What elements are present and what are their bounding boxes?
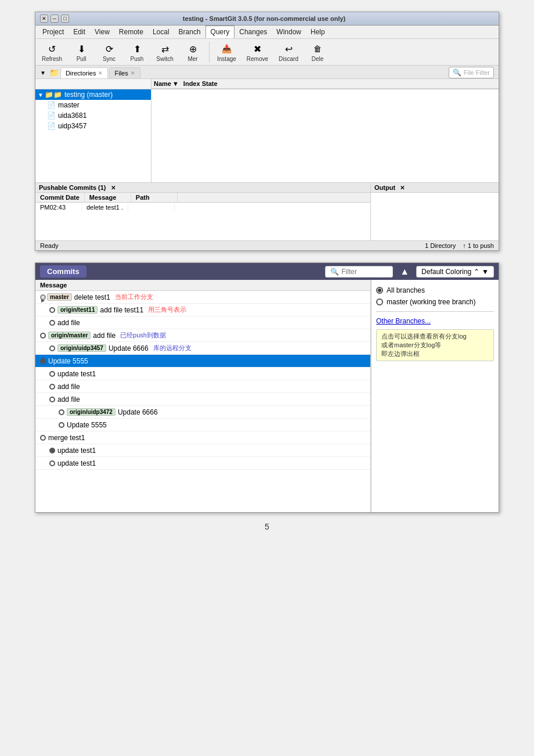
dir-root-icon2: 📁 [53, 91, 62, 99]
toolbar-separator [209, 42, 210, 63]
menu-changes[interactable]: Changes [234, 26, 272, 38]
switch-button[interactable]: Switch [152, 40, 178, 64]
filter-input[interactable] [341, 268, 388, 276]
menu-project[interactable]: Project [38, 26, 68, 38]
menu-edit[interactable]: Edit [68, 26, 90, 38]
commit-dot [49, 397, 55, 402]
refresh-button[interactable]: Refresh [38, 40, 66, 64]
status-directory: 1 Directory [425, 242, 456, 249]
col-name[interactable]: Name ▼ [151, 79, 181, 88]
tab-directories-close[interactable]: ✕ [98, 70, 103, 76]
dir-uidp3457[interactable]: 📄 uidp3457 [35, 121, 151, 131]
commit-dot [49, 307, 55, 313]
commit-row[interactable]: origin/test11 add file test11 用三角号表示 [35, 304, 370, 316]
merge-button[interactable]: Mer [180, 40, 205, 64]
commit-row[interactable]: origin/master add file 已经push到数据 [35, 329, 370, 342]
commit-message: add file test11 [100, 306, 143, 314]
filter-search-icon: 🔍 [330, 268, 339, 276]
annotation-current-branch: 当前工作分支 [115, 293, 153, 301]
commits-filter[interactable]: 🔍 [325, 266, 393, 278]
remove-button[interactable]: Remove [243, 40, 272, 64]
sync-button[interactable]: Sync [96, 40, 122, 64]
menu-local[interactable]: Local [148, 26, 174, 38]
commit-row[interactable]: add file [35, 316, 370, 329]
dir-master[interactable]: 📄 master [35, 100, 151, 110]
pushable-close-icon[interactable]: ✕ [111, 185, 116, 191]
delete-button[interactable]: Dele [305, 40, 330, 64]
output-close-icon[interactable]: ✕ [400, 185, 405, 191]
col-index-state[interactable]: Index State [181, 79, 220, 88]
menu-branch[interactable]: Branch [174, 26, 205, 38]
menu-query[interactable]: Query [205, 26, 235, 38]
dir-uida3681[interactable]: 📄 uida3681 [35, 110, 151, 121]
directories-panel: ▼ 📁 📁 testing (master) 📄 master 📄 uida36… [35, 89, 151, 182]
table-row[interactable]: PM02:43 delete test1 . [35, 203, 370, 212]
commit-message: update test1 [57, 447, 96, 455]
expand-icon[interactable]: ▼ [38, 92, 44, 98]
pushable-content: Commit Date Message Path PM02:43 delete … [35, 193, 370, 240]
commit-row[interactable]: ▶ master delete test1 当前工作分支 [35, 291, 370, 304]
commit-row[interactable]: update test1 [35, 457, 370, 470]
title-bar: ✕ ─ □ testing - SmartGit 3.0.5 (for non-… [35, 12, 499, 26]
status-ready: Ready [40, 242, 59, 249]
sync-label: Sync [103, 56, 116, 62]
dir-panel-spacer [35, 79, 151, 89]
commit-row[interactable]: update test1 [35, 444, 370, 457]
remove-label: Remove [247, 56, 268, 62]
dir-root[interactable]: ▼ 📁 📁 testing (master) [35, 89, 151, 100]
commit-row[interactable]: merge test1 [35, 431, 370, 444]
instage-button[interactable]: Instage [213, 40, 240, 64]
commit-row[interactable]: origin/uidp3457 Update 6666 库的远程分支 [35, 342, 370, 355]
all-branches-radio[interactable] [376, 287, 383, 294]
commit-message: add file [57, 383, 80, 391]
commit-row[interactable]: Update 5555 [35, 419, 370, 431]
tab-directories[interactable]: Directories ✕ [60, 67, 109, 78]
close-btn[interactable]: ✕ [40, 15, 48, 23]
commit-message: add file [57, 319, 80, 327]
status-info: 1 Directory ↑ 1 to push [425, 242, 494, 249]
coloring-dropdown-arrow[interactable]: ▼ [482, 268, 489, 276]
maximize-btn[interactable]: □ [61, 15, 69, 23]
window-controls: ✕ ─ □ [40, 15, 69, 23]
coloring-selector[interactable]: Default Coloring ⌃ ▼ [416, 266, 494, 278]
pull-label: Pull [77, 56, 86, 62]
all-branches-option[interactable]: All branches [376, 285, 494, 296]
tab-files[interactable]: Files ✕ [109, 67, 140, 78]
minimize-btn[interactable]: ─ [50, 15, 59, 23]
other-branches-option[interactable]: Other Branches... [376, 315, 494, 327]
commit-dot [49, 448, 55, 453]
commit-dot: ▶ [40, 294, 46, 300]
file-filter-area[interactable]: 🔍 File Filter [449, 67, 494, 78]
annotation-triangle: 用三角号表示 [148, 305, 186, 314]
dir-arrow[interactable]: ▼ [38, 69, 48, 77]
commit-row[interactable]: add file [35, 380, 370, 393]
status-push: ↑ 1 to push [463, 242, 494, 249]
commit-message: add file [93, 332, 116, 340]
branch-tag-master: master [47, 293, 72, 301]
output-content [371, 193, 499, 240]
menu-window[interactable]: Window [272, 26, 306, 38]
menu-help[interactable]: Help [306, 26, 330, 38]
cell-message: delete test1 . [82, 203, 128, 211]
pull-button[interactable]: Pull [68, 40, 94, 64]
dir-root-icon: 📁 [45, 91, 53, 99]
menu-view[interactable]: View [90, 26, 114, 38]
commit-row[interactable]: Update 5555 [35, 355, 370, 368]
discard-button[interactable]: Discard [275, 40, 302, 64]
commit-row[interactable]: add file [35, 393, 370, 406]
col-commit-date: Commit Date [35, 193, 85, 202]
sync-icon [102, 42, 116, 56]
delete-label: Dele [312, 56, 324, 62]
files-col-headers: Name ▼ Index State [151, 79, 499, 89]
tab-files-close[interactable]: ✕ [131, 70, 135, 76]
commit-row[interactable]: update test1 [35, 368, 370, 380]
master-branch-radio[interactable] [376, 298, 383, 305]
dir-uida-icon: 📄 [47, 111, 56, 120]
master-branch-option[interactable]: master (working tree branch) [376, 296, 494, 308]
commit-message: update test1 [57, 370, 96, 378]
menu-remote[interactable]: Remote [114, 26, 148, 38]
push-button[interactable]: Push [124, 40, 150, 64]
col-message: Message [85, 193, 131, 202]
commit-row[interactable]: origin/uidp3472 Update 6666 [35, 406, 370, 419]
merge-icon [186, 42, 200, 56]
